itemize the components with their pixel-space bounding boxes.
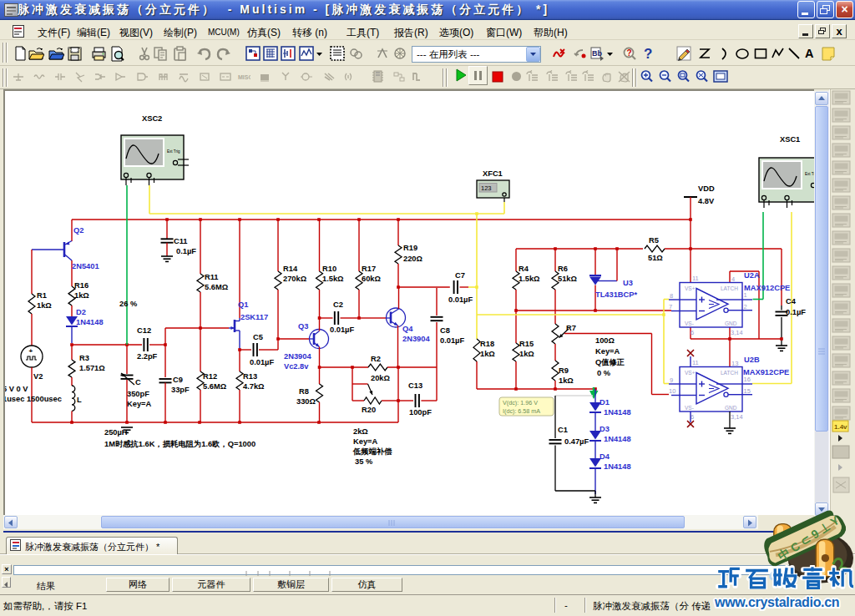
svg-text:R12: R12 [203, 372, 217, 381]
svg-text:7: 7 [669, 303, 672, 311]
svg-text:123: 123 [481, 184, 492, 192]
svg-text:?: ? [644, 46, 652, 61]
svg-text:Key=A: Key=A [595, 347, 620, 356]
svg-text:51kΩ: 51kΩ [558, 275, 578, 283]
svg-text:330Ω: 330Ω [296, 397, 316, 406]
svg-text:VDD: VDD [698, 184, 715, 193]
svg-text:R13: R13 [243, 372, 257, 381]
svg-text:1kΩ: 1kΩ [559, 376, 574, 385]
svg-text:D2: D2 [76, 308, 86, 316]
svg-text:9: 9 [670, 376, 673, 384]
svg-text:U2A: U2A [744, 271, 760, 280]
svg-text:R5: R5 [649, 236, 659, 245]
svg-text:250µH: 250µH [104, 428, 128, 437]
svg-text:+: + [29, 347, 33, 355]
svg-text:Ext Trig: Ext Trig [805, 172, 814, 176]
svg-text:1.571Ω: 1.571Ω [79, 364, 105, 372]
svg-text:C7: C7 [455, 271, 465, 280]
svg-text:Q3: Q3 [298, 322, 308, 331]
svg-text:2: 2 [744, 303, 747, 311]
svg-text:0.1µF: 0.1µF [176, 247, 196, 255]
svg-text:XFC1: XFC1 [483, 169, 503, 178]
svg-text:Q2: Q2 [73, 226, 83, 235]
svg-text:60kΩ: 60kΩ [362, 275, 382, 283]
svg-text:R7: R7 [566, 324, 576, 332]
svg-text:R6: R6 [558, 265, 568, 273]
svg-text:L: L [77, 396, 82, 404]
svg-text:4.8V: 4.8V [698, 197, 715, 205]
svg-text:C9: C9 [173, 376, 183, 384]
svg-text:R17: R17 [362, 265, 376, 273]
svg-text:GND: GND [725, 405, 737, 411]
svg-text:TL431BCP*: TL431BCP* [595, 290, 637, 299]
svg-text:0.01µF: 0.01µF [250, 358, 274, 366]
svg-text:1: 1 [744, 291, 747, 299]
svg-text:V2: V2 [33, 372, 43, 381]
svg-text:C11: C11 [174, 237, 188, 245]
svg-text:1kΩ: 1kΩ [480, 350, 495, 358]
svg-text:R10: R10 [322, 265, 336, 273]
svg-text:350pF: 350pF [127, 390, 149, 398]
svg-text:MISC: MISC [238, 74, 250, 80]
svg-text:R2: R2 [371, 355, 381, 363]
svg-text:100pF: 100pF [409, 408, 432, 417]
svg-text:D4: D4 [600, 452, 610, 461]
svg-text:VS-: VS- [685, 321, 694, 326]
svg-text:Ext Trig: Ext Trig [167, 149, 180, 154]
svg-text:270kΩ: 270kΩ [283, 275, 307, 283]
svg-text:R19: R19 [403, 244, 417, 252]
svg-text:R11: R11 [205, 273, 219, 281]
svg-text:1N4148: 1N4148 [604, 462, 631, 471]
svg-text:C1: C1 [558, 426, 568, 434]
svg-text:1kΩ: 1kΩ [37, 301, 52, 310]
svg-text:?: ? [627, 48, 632, 58]
svg-text:20kΩ: 20kΩ [371, 374, 391, 382]
svg-text:1kΩ: 1kΩ [519, 350, 534, 358]
svg-text:1.5kΩ: 1.5kΩ [322, 275, 344, 283]
svg-text:3,14: 3,14 [731, 329, 743, 336]
svg-text:Q值修正: Q值修正 [595, 358, 625, 366]
svg-text:2kΩ: 2kΩ [353, 427, 368, 436]
svg-text:1.4v: 1.4v [834, 423, 847, 431]
svg-text:4.7kΩ: 4.7kΩ [243, 382, 265, 391]
svg-text:R9: R9 [559, 366, 569, 375]
svg-text:MAX912CPE: MAX912CPE [744, 284, 790, 292]
svg-text:A: A [805, 47, 814, 60]
svg-text:R1: R1 [37, 291, 47, 300]
svg-text:R4: R4 [519, 265, 529, 273]
svg-text:I(dc): 6.58 mA: I(dc): 6.58 mA [503, 407, 540, 415]
svg-text:33pF: 33pF [171, 386, 190, 394]
svg-text:5 V 0 V: 5 V 0 V [3, 385, 28, 393]
svg-text:V(dc): 1.96 V: V(dc): 1.96 V [503, 399, 538, 406]
svg-text:26 %: 26 % [119, 300, 138, 308]
svg-text:U2B: U2B [744, 356, 760, 364]
svg-text:5.6MΩ: 5.6MΩ [203, 382, 227, 391]
svg-text:0.1µF: 0.1µF [786, 308, 806, 316]
svg-text:D1: D1 [600, 398, 610, 406]
svg-text:Key=A: Key=A [353, 437, 377, 446]
svg-text:11: 11 [692, 359, 699, 366]
svg-text:Q1: Q1 [238, 300, 248, 309]
svg-text:0.01µF: 0.01µF [330, 326, 354, 334]
svg-text:16: 16 [744, 376, 751, 383]
svg-text:0 %: 0 % [597, 369, 611, 377]
svg-text:C8: C8 [440, 326, 450, 335]
svg-text:10: 10 [669, 387, 675, 395]
svg-text:U3: U3 [623, 279, 633, 287]
svg-text:11: 11 [692, 275, 699, 282]
svg-text:VS+: VS+ [685, 285, 696, 291]
svg-text:VS+: VS+ [685, 370, 696, 376]
svg-text:4: 4 [731, 275, 735, 283]
svg-text:35 %: 35 % [355, 457, 373, 466]
svg-text:51Ω: 51Ω [648, 254, 663, 262]
svg-text:R20: R20 [362, 406, 376, 414]
svg-text:100Ω: 100Ω [595, 336, 615, 345]
svg-text:低频端补偿: 低频端补偿 [352, 447, 392, 456]
svg-text:1N4148: 1N4148 [76, 318, 104, 326]
svg-text:2N3904: 2N3904 [402, 335, 430, 343]
svg-text:0.01µF: 0.01µF [448, 295, 473, 304]
svg-text:VS-: VS- [685, 405, 694, 411]
svg-text:C2: C2 [333, 300, 343, 309]
svg-text:2SK117: 2SK117 [240, 313, 268, 321]
svg-text:C4: C4 [786, 297, 797, 305]
